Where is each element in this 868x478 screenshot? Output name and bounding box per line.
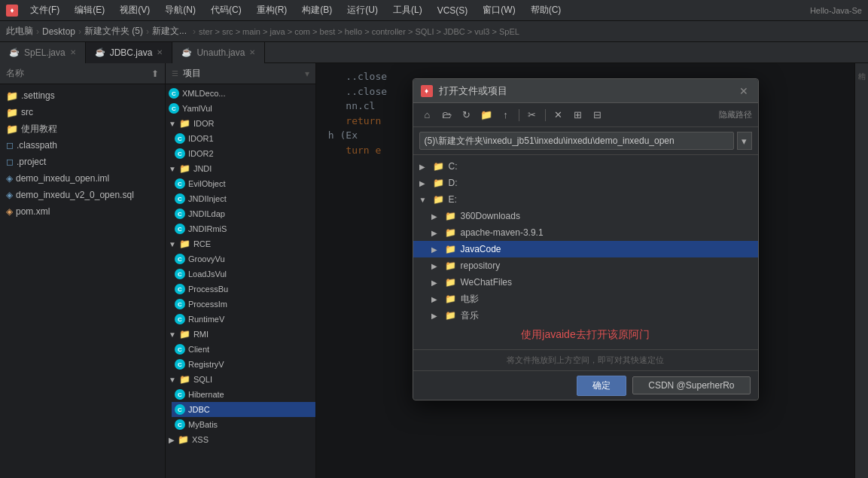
ptree-loadjs[interactable]: C LoadJsVul bbox=[172, 266, 315, 282]
panel-header: ☰ 项目 ▾ bbox=[166, 63, 315, 84]
menu-window[interactable]: 窗口(W) bbox=[480, 2, 518, 18]
ptree-group-rce[interactable]: ▼ 📁 RCE bbox=[166, 236, 315, 251]
tab-jdbc-close[interactable]: ✕ bbox=[157, 48, 163, 56]
ptree-runtime[interactable]: C RuntimeV bbox=[172, 312, 315, 327]
ptree-jndiinject[interactable]: C JNDIInject bbox=[172, 191, 315, 206]
up-button[interactable]: ↑ bbox=[498, 107, 514, 123]
dialog-title: 打开文件或项目 bbox=[439, 84, 731, 98]
folder-button[interactable]: 🗁 bbox=[439, 107, 455, 123]
menu-vcs[interactable]: VCS(S) bbox=[434, 4, 471, 17]
tab-jdbc[interactable]: ☕ JDBC.java ✕ bbox=[86, 42, 173, 63]
sidebar-header: 名称 ⬆ bbox=[0, 63, 165, 84]
panel-menu-icon[interactable]: ☰ bbox=[172, 69, 178, 78]
breadcrumb-path-extra[interactable]: ster > src > main > java > com > best > … bbox=[199, 27, 519, 36]
folder-icon: 📁 bbox=[178, 434, 189, 445]
ptree-processbu[interactable]: C ProcessBu bbox=[172, 282, 315, 297]
ptree-xmldeco[interactable]: C XMLDeco... bbox=[166, 86, 315, 101]
folder-javacode[interactable]: ▶ 📁 JavaCode bbox=[413, 241, 758, 257]
folder-music[interactable]: ▶ 📁 音乐 bbox=[413, 307, 758, 321]
tab-spel-close[interactable]: ✕ bbox=[70, 48, 76, 56]
collapse-button[interactable]: ⊟ bbox=[589, 107, 606, 123]
ptree-yamlvul[interactable]: C YamlVul bbox=[166, 101, 315, 116]
ptree-group-jndi[interactable]: ▼ 📁 JNDI bbox=[166, 161, 315, 176]
dialog-file-tree: ▶ 📁 C: ▶ 📁 D: ▼ 📁 E: bbox=[413, 155, 758, 321]
tab-jdbc-label: JDBC.java bbox=[110, 47, 153, 58]
ptree-jndildap[interactable]: C JNDILdap bbox=[172, 206, 315, 221]
file-pom[interactable]: ◈ pom.xml bbox=[0, 203, 165, 220]
tab-unauth[interactable]: ☕ Unauth.java ✕ bbox=[172, 42, 265, 63]
path-dropdown-button[interactable]: ▾ bbox=[737, 132, 752, 150]
ptree-jndirmis[interactable]: C JNDIRmiS bbox=[172, 221, 315, 236]
breadcrumb-desktop[interactable]: Desktop bbox=[42, 26, 75, 37]
panel-chevron-icon[interactable]: ▾ bbox=[305, 69, 309, 79]
cyan-dot-icon: C bbox=[175, 224, 185, 234]
folder-360downloads[interactable]: ▶ 📁 360Downloads bbox=[413, 208, 758, 224]
ptree-idor1[interactable]: C IDOR1 bbox=[172, 131, 315, 146]
confirm-button[interactable]: 确定 bbox=[577, 376, 626, 396]
cancel-button[interactable]: CSDN @SuperherRo bbox=[632, 376, 750, 394]
tab-unauth-close[interactable]: ✕ bbox=[249, 48, 255, 56]
cyan-dot-icon: C bbox=[175, 269, 185, 279]
file-sql[interactable]: ◈ demo_inxedu_v2_0_open.sql bbox=[0, 187, 165, 203]
ptree-hibernate[interactable]: C Hibernate bbox=[172, 387, 315, 402]
sidebar-sort-icon[interactable]: ⬆ bbox=[151, 69, 159, 79]
menu-run[interactable]: 运行(U) bbox=[344, 2, 381, 18]
dialog-close-button[interactable]: ✕ bbox=[737, 84, 751, 98]
file-iml[interactable]: ◈ demo_inxedu_open.iml bbox=[0, 170, 165, 187]
menu-refactor[interactable]: 重构(R) bbox=[254, 2, 291, 18]
expand-button[interactable]: ⊞ bbox=[570, 107, 586, 123]
rmi-children: C Client C RegistryV bbox=[166, 342, 315, 372]
drive-c[interactable]: ▶ 📁 C: bbox=[413, 158, 758, 175]
breadcrumb-folder5[interactable]: 新建文件夹 (5) bbox=[84, 25, 143, 38]
delete-button[interactable]: ✕ bbox=[550, 107, 567, 123]
menu-code[interactable]: 代码(C) bbox=[208, 2, 245, 18]
expand-icon: ▼ bbox=[169, 240, 176, 248]
ptree-registry[interactable]: C RegistryV bbox=[172, 357, 315, 372]
ptree-mybatis[interactable]: C MyBatis bbox=[172, 417, 315, 432]
file-icon: ◻ bbox=[6, 157, 14, 167]
ptree-idor2[interactable]: C IDOR2 bbox=[172, 146, 315, 161]
file-settings[interactable]: 📁 .settings bbox=[0, 87, 165, 104]
refresh-button[interactable]: ↻ bbox=[458, 107, 475, 123]
menu-view[interactable]: 视图(V) bbox=[117, 2, 153, 18]
folder-movies[interactable]: ▶ 📁 电影 bbox=[413, 291, 758, 307]
ptree-groovy[interactable]: C GroovyVu bbox=[172, 251, 315, 266]
ptree-group-rmi[interactable]: ▼ 📁 RMI bbox=[166, 327, 315, 342]
folder-icon: 📁 bbox=[445, 227, 456, 238]
ptree-processim[interactable]: C ProcessIm bbox=[172, 297, 315, 312]
file-tutorial[interactable]: 📁 使用教程 bbox=[0, 120, 165, 137]
ptree-jdbc[interactable]: C JDBC bbox=[172, 402, 315, 417]
folder-repository[interactable]: ▶ 📁 repository bbox=[413, 257, 758, 274]
drive-d[interactable]: ▶ 📁 D: bbox=[413, 175, 758, 191]
menu-help[interactable]: 帮助(C) bbox=[528, 2, 565, 18]
file-classpath[interactable]: ◻ .classpath bbox=[0, 137, 165, 154]
idor-children: C IDOR1 C IDOR2 bbox=[166, 131, 315, 161]
home-button[interactable]: ⌂ bbox=[419, 107, 436, 123]
menu-navigate[interactable]: 导航(N) bbox=[162, 2, 199, 18]
breadcrumb-computer[interactable]: 此电脑 bbox=[6, 25, 33, 38]
dialog-overlay: ♦ 打开文件或项目 ✕ ⌂ 🗁 ↻ 📁 ↑ ✂ ✕ ⊞ ⊟ bbox=[316, 63, 854, 478]
hide-path-label[interactable]: 隐藏路径 bbox=[719, 109, 752, 120]
menu-tools[interactable]: 工具(L) bbox=[390, 2, 425, 18]
drive-e[interactable]: ▼ 📁 E: bbox=[413, 191, 758, 208]
new-folder-button[interactable]: 📁 bbox=[478, 107, 495, 123]
cut-button[interactable]: ✂ bbox=[524, 107, 541, 123]
dialog-hint-text: 使用javaide去打开该原阿门 bbox=[413, 321, 758, 350]
ptree-group-xss[interactable]: ▶ 📁 XSS bbox=[166, 432, 315, 447]
menu-edit[interactable]: 编辑(E) bbox=[72, 2, 108, 18]
breadcrumb-current[interactable]: 新建文... bbox=[152, 25, 187, 38]
ptree-client[interactable]: C Client bbox=[172, 342, 315, 357]
menu-file[interactable]: 文件(F) bbox=[27, 2, 62, 18]
tab-spel[interactable]: ☕ SpEL.java ✕ bbox=[0, 42, 86, 63]
folder-apache-maven[interactable]: ▶ 📁 apache-maven-3.9.1 bbox=[413, 224, 758, 241]
ptree-group-idor[interactable]: ▼ 📁 IDOR bbox=[166, 116, 315, 131]
ptree-group-sqli[interactable]: ▼ 📁 SQLI bbox=[166, 372, 315, 387]
file-project[interactable]: ◻ .project bbox=[0, 154, 165, 170]
file-src[interactable]: 📁 src bbox=[0, 104, 165, 120]
path-input[interactable] bbox=[419, 132, 734, 150]
open-file-dialog: ♦ 打开文件或项目 ✕ ⌂ 🗁 ↻ 📁 ↑ ✂ ✕ ⊞ ⊟ bbox=[413, 78, 759, 400]
ptree-evilo[interactable]: C EvilObject bbox=[172, 176, 315, 191]
folder-wechatfiles[interactable]: ▶ 📁 WeChatFiles bbox=[413, 274, 758, 291]
cyan-dot-icon: C bbox=[175, 193, 185, 204]
menu-build[interactable]: 构建(B) bbox=[299, 2, 335, 18]
